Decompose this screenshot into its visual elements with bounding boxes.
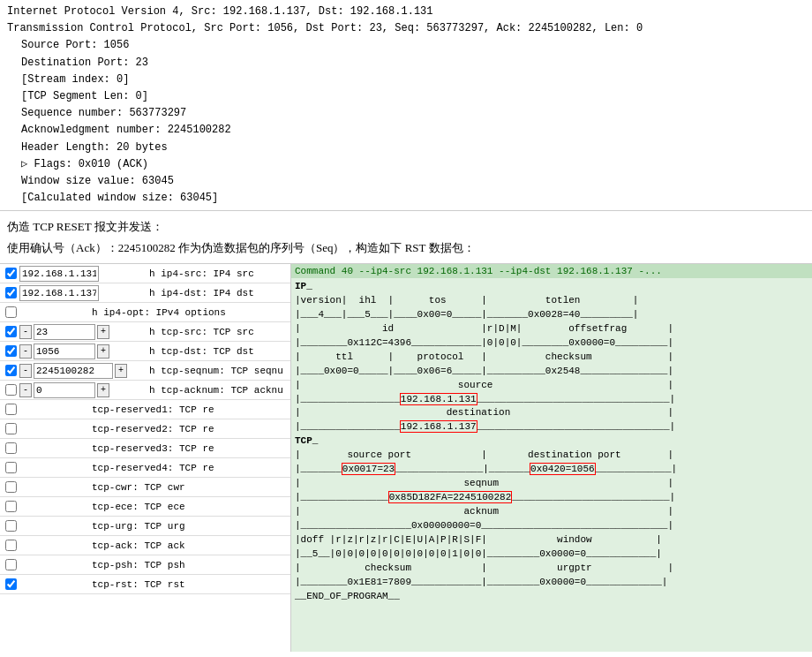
field-checkbox[interactable] — [5, 404, 17, 415]
middle-line1: 伪造 TCP RESET 报文并发送： — [7, 216, 805, 237]
field-row: tcp-reserved3: TCP re — [0, 439, 290, 458]
packet-info-line: Acknowledgment number: 2245100282 — [7, 122, 805, 139]
tcp-row: | acknum | — [295, 505, 808, 519]
field-row: tcp-reserved2: TCP re — [0, 419, 290, 439]
increment-button[interactable]: + — [97, 344, 109, 359]
packet-info-line: Sequence number: 563773297 — [7, 105, 805, 122]
field-label: tcp-ack: TCP ack — [90, 540, 231, 551]
field-checkbox[interactable] — [5, 365, 17, 376]
packet-info-line: ▷ Flags: 0x010 (ACK) — [7, 156, 805, 173]
field-checkbox[interactable] — [5, 423, 17, 434]
field-checkbox[interactable] — [5, 306, 17, 318]
packet-info-line: Internet Protocol Version 4, Src: 192.16… — [7, 4, 805, 20]
field-row: h ip4-src: IP4 src — [0, 264, 290, 283]
tcp-row: |doff |r|z|r|z|r|C|E|U|A|P|R|S|F| window… — [295, 533, 808, 548]
field-row: tcp-ack: TCP ack — [0, 536, 290, 555]
field-label: h tcp-seqnum: TCP seqnu — [147, 366, 289, 376]
tcp-row: | seqnum | — [295, 477, 808, 491]
ip-row: | destination | — [295, 406, 808, 420]
decrement-button[interactable]: - — [19, 344, 32, 359]
field-label: h ip4-src: IP4 src — [147, 268, 289, 279]
packet-info-line: Source Port: 1056 — [7, 37, 805, 54]
increment-button[interactable]: + — [97, 383, 109, 397]
ip-row: |_________________192.168.1.137_________… — [295, 420, 808, 434]
field-checkbox[interactable] — [5, 442, 17, 454]
field-value-input[interactable] — [19, 285, 99, 301]
packet-info-line: Destination Port: 23 — [7, 55, 805, 72]
middle-text: 伪造 TCP RESET 报文并发送：使用确认号（Ack）：2245100282… — [0, 211, 812, 263]
decrement-button[interactable]: - — [19, 383, 32, 397]
left-panel: h ip4-src: IP4 srch ip4-dst: IP4 dsth ip… — [0, 264, 291, 652]
packet-diagram: IP_|version| ihl | tos | totlen ||___4__… — [291, 278, 812, 606]
packet-info-line: Transmission Control Protocol, Src Port:… — [7, 20, 805, 37]
middle-line2: 使用确认号（Ack）：2245100282 作为伪造数据包的序列号（Seq），构… — [7, 238, 805, 258]
field-label: tcp-psh: TCP psh — [90, 560, 231, 570]
field-checkbox[interactable] — [5, 326, 17, 337]
field-label: tcp-reserved1: TCP re — [90, 404, 231, 415]
top-panel: Internet Protocol Version 4, Src: 192.16… — [0, 0, 812, 211]
field-value-input[interactable] — [34, 363, 113, 379]
packet-info-line: [TCP Segment Len: 0] — [7, 88, 805, 105]
field-checkbox[interactable] — [5, 578, 17, 590]
field-checkbox[interactable] — [5, 384, 17, 396]
tcp-row: |________0x1E81=7809____________|_______… — [295, 576, 808, 590]
field-row: tcp-urg: TCP urg — [0, 517, 290, 536]
ip-row: | source | — [295, 379, 808, 393]
tcp-row: __END_OF_PROGRAM__ — [295, 590, 808, 604]
decrement-button[interactable]: - — [19, 364, 32, 378]
field-checkbox[interactable] — [5, 520, 17, 532]
field-value-input[interactable] — [19, 266, 99, 282]
field-row: tcp-rst: TCP rst — [0, 575, 290, 594]
field-label: tcp-urg: TCP urg — [90, 521, 231, 532]
cmd-line: Command 40 --ip4-src 192.168.1.131 --ip4… — [291, 264, 812, 278]
ip-row: | ttl | protocol | checksum | — [295, 351, 808, 365]
field-label: h tcp-acknum: TCP acknu — [147, 385, 289, 396]
field-row: -+h tcp-acknum: TCP acknu — [0, 381, 290, 400]
ip-row: | id |r|D|M| offsetfrag | — [295, 322, 808, 336]
field-row: -+h tcp-seqnum: TCP seqnu — [0, 361, 290, 381]
field-row: tcp-ece: TCP ece — [0, 497, 290, 517]
packet-info-line: Window size value: 63045 — [7, 173, 805, 190]
field-label: h tcp-dst: TCP dst — [147, 346, 289, 357]
ip-row: |____0x00=0_____|____0x06=6_____|_______… — [295, 365, 808, 379]
packet-info-line: [Calculated window size: 63045] — [7, 190, 805, 207]
ip-row: |_________________192.168.1.131_________… — [295, 393, 808, 407]
packet-info-line: [Stream index: 0] — [7, 72, 805, 88]
field-checkbox[interactable] — [5, 345, 17, 357]
bottom-area: h ip4-src: IP4 srch ip4-dst: IP4 dsth ip… — [0, 263, 812, 652]
right-panel: Command 40 --ip4-src 192.168.1.131 --ip4… — [291, 264, 812, 652]
field-checkbox[interactable] — [5, 268, 17, 279]
field-checkbox[interactable] — [5, 540, 17, 551]
field-label: tcp-reserved2: TCP re — [90, 424, 231, 434]
tcp-row: |_______0x0017=23_______________|_______… — [295, 463, 808, 477]
field-row: tcp-psh: TCP psh — [0, 555, 290, 575]
field-row: tcp-reserved1: TCP re — [0, 400, 290, 419]
field-label: tcp-rst: TCP rst — [90, 579, 231, 590]
field-value-input[interactable] — [34, 324, 95, 340]
packet-info-line: Header Length: 20 bytes — [7, 140, 805, 156]
field-checkbox[interactable] — [5, 559, 17, 570]
field-row: -+h tcp-src: TCP src — [0, 322, 290, 342]
decrement-button[interactable]: - — [19, 325, 32, 339]
tcp-section-label: TCP_ — [295, 434, 808, 449]
field-row: tcp-reserved4: TCP re — [0, 458, 290, 478]
field-checkbox[interactable] — [5, 481, 17, 493]
field-label: tcp-reserved4: TCP re — [90, 463, 231, 473]
ip-row: |___4___|___5___|____0x00=0_____|_______… — [295, 308, 808, 322]
tcp-row: | source port | destination port | — [295, 449, 808, 463]
field-row: tcp-cwr: TCP cwr — [0, 478, 290, 497]
field-value-input[interactable] — [34, 382, 95, 398]
field-label: h tcp-src: TCP src — [147, 327, 289, 337]
field-row: h ip4-opt: IPv4 options — [0, 303, 290, 322]
field-label: h ip4-dst: IP4 dst — [147, 288, 289, 298]
field-checkbox[interactable] — [5, 501, 17, 512]
field-label: h ip4-opt: IPv4 options — [90, 307, 231, 318]
field-label: tcp-ece: TCP ece — [90, 502, 231, 512]
ip-row: |________0x112C=4396____________|0|0|0|_… — [295, 336, 808, 351]
field-value-input[interactable] — [34, 344, 95, 359]
field-checkbox[interactable] — [5, 287, 17, 298]
field-label: tcp-reserved3: TCP re — [90, 443, 231, 454]
field-checkbox[interactable] — [5, 462, 17, 473]
increment-button[interactable]: + — [97, 325, 109, 339]
increment-button[interactable]: + — [115, 364, 127, 378]
